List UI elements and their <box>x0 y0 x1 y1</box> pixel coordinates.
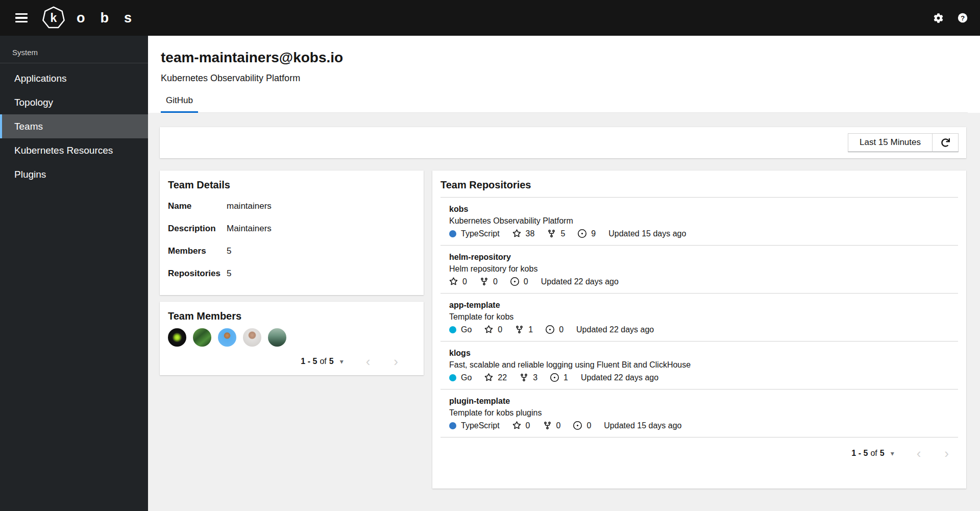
language-dot-icon <box>449 374 456 381</box>
repo-meta: 0 0 0 <box>449 277 958 286</box>
repo-item-plugin-template[interactable]: plugin-template Template for kobs plugin… <box>440 390 958 437</box>
language-label: TypeScript <box>461 421 500 430</box>
pagination-menu-toggle[interactable]: ▾ <box>337 355 347 368</box>
star-icon <box>512 421 521 430</box>
star-count: 0 <box>498 325 502 334</box>
repo-issues: 1 <box>550 373 568 382</box>
repo-description: Kubernetes Observability Platform <box>449 216 958 226</box>
tab-github[interactable]: GitHub <box>161 94 198 113</box>
repo-item-klogs[interactable]: klogs Fast, scalable and reliable loggin… <box>440 342 958 390</box>
previous-page-button[interactable]: ‹ <box>912 447 926 460</box>
language-label: Go <box>461 325 472 334</box>
page-header: team-maintainers@kobs.io Kubernetes Obse… <box>148 36 980 113</box>
repo-name: kobs <box>449 204 958 214</box>
member-avatar[interactable] <box>168 328 186 347</box>
repo-item-app-template[interactable]: app-template Template for kobs Go <box>440 294 958 342</box>
detail-row-members: Members 5 <box>168 240 415 262</box>
sidebar: System Applications Topology Teams Kuber… <box>0 36 148 511</box>
repo-list: kobs Kubernetes Observability Platform T… <box>440 198 958 437</box>
members-pagination: 1 - 5 of 5 ▾ ‹ › <box>168 355 415 368</box>
sidebar-item-applications[interactable]: Applications <box>0 66 148 90</box>
repo-language: Go <box>449 325 472 334</box>
star-count: 22 <box>498 373 507 382</box>
star-count: 0 <box>462 277 467 286</box>
repo-issues: 9 <box>578 229 596 238</box>
detail-row-description: Description Maintainers <box>168 217 415 240</box>
masthead: k obs ? <box>0 0 980 36</box>
team-members-card: Team Members 1 - 5 of 5 <box>160 302 424 375</box>
detail-row-repositories: Repositories 5 <box>168 262 415 285</box>
star-count: 0 <box>526 421 530 430</box>
repo-stars: 0 <box>449 277 467 286</box>
fork-count: 5 <box>560 229 565 238</box>
repo-description: Template for kobs plugins <box>449 408 958 418</box>
caret-down-icon: ▾ <box>891 449 894 457</box>
kobs-logo[interactable]: k obs <box>42 6 147 30</box>
next-page-button[interactable]: › <box>388 355 403 368</box>
repo-forks: 5 <box>547 229 565 238</box>
brand-text: obs <box>77 11 147 25</box>
caret-down-icon: ▾ <box>340 357 344 366</box>
member-avatar[interactable] <box>243 328 261 347</box>
issue-count: 0 <box>559 325 564 334</box>
issue-count: 9 <box>591 229 596 238</box>
repo-item-kobs[interactable]: kobs Kubernetes Observability Platform T… <box>440 198 958 246</box>
chevron-left-icon: ‹ <box>917 446 921 461</box>
repo-updated: Updated 22 days ago <box>541 277 619 286</box>
repo-updated: Updated 22 days ago <box>576 325 654 334</box>
repos-pagination: 1 - 5 of 5 ▾ ‹ › <box>440 439 958 489</box>
detail-value: maintainers <box>227 201 415 211</box>
team-members-title: Team Members <box>168 310 415 322</box>
sidebar-item-topology[interactable]: Topology <box>0 90 148 114</box>
time-range-button[interactable]: Last 15 Minutes <box>848 133 932 152</box>
pagination-range: 1 - 5 <box>301 357 317 366</box>
repo-language: TypeScript <box>449 229 500 238</box>
fork-icon <box>520 373 528 382</box>
pagination-summary: 1 - 5 of 5 <box>301 357 333 366</box>
repo-item-helm-repository[interactable]: helm-repository Helm repository for kobs <box>440 246 958 294</box>
fork-count: 0 <box>556 421 561 430</box>
issue-count: 0 <box>524 277 528 286</box>
next-page-button[interactable]: › <box>939 447 954 460</box>
settings-button[interactable] <box>934 13 943 23</box>
help-button[interactable]: ? <box>958 13 968 23</box>
previous-page-button[interactable]: ‹ <box>361 355 376 368</box>
repo-description: Template for kobs <box>449 312 958 322</box>
repo-meta: Go 0 1 <box>449 325 958 334</box>
detail-label: Name <box>168 201 227 211</box>
star-count: 38 <box>526 229 535 238</box>
svg-text:?: ? <box>961 14 965 22</box>
member-avatar[interactable] <box>218 328 236 347</box>
detail-label: Repositories <box>168 269 227 279</box>
repo-language: Go <box>449 373 472 382</box>
sidebar-item-plugins[interactable]: Plugins <box>0 162 148 186</box>
refresh-button[interactable] <box>932 133 959 152</box>
member-avatar[interactable] <box>268 328 286 347</box>
logo-letter-k: k <box>51 11 57 25</box>
pagination-range: 1 - 5 <box>851 449 868 458</box>
issue-icon <box>510 277 519 286</box>
detail-value: 5 <box>227 246 415 256</box>
sidebar-item-teams[interactable]: Teams <box>0 114 148 138</box>
sidebar-item-kubernetes-resources[interactable]: Kubernetes Resources <box>0 138 148 162</box>
repo-stars: 0 <box>484 325 502 334</box>
team-details-card: Team Details Name maintainers Descriptio… <box>160 171 424 295</box>
pagination-total: 5 <box>880 449 885 458</box>
language-dot-icon <box>449 230 456 237</box>
member-avatar[interactable] <box>193 328 211 347</box>
detail-label: Members <box>168 246 227 256</box>
chevron-right-icon: › <box>394 354 398 369</box>
hamburger-menu-button[interactable] <box>12 8 31 28</box>
repo-description: Fast, scalable and reliable logging usin… <box>449 360 958 370</box>
pagination-menu-toggle[interactable]: ▾ <box>888 447 897 459</box>
repo-forks: 3 <box>520 373 537 382</box>
team-details-title: Team Details <box>168 179 415 191</box>
pagination-of: of <box>320 357 326 366</box>
star-icon <box>484 373 493 382</box>
repo-forks: 0 <box>543 421 561 430</box>
fork-count: 3 <box>533 373 537 382</box>
repo-meta: TypeScript 38 5 <box>449 229 958 238</box>
repo-meta: Go 22 3 <box>449 373 958 382</box>
repo-stars: 22 <box>484 373 507 382</box>
language-dot-icon <box>449 326 456 333</box>
